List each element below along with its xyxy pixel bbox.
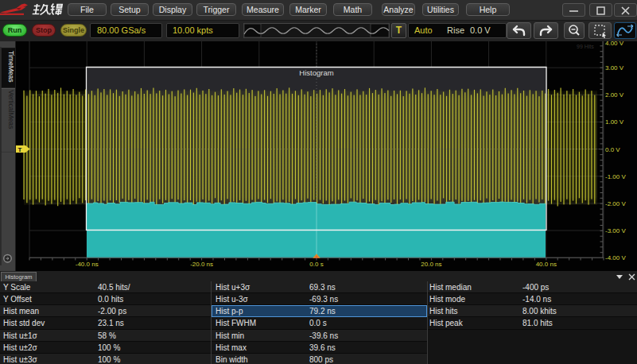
svg-text:4.00 V: 4.00 V bbox=[605, 41, 624, 47]
svg-text:99 Hits: 99 Hits bbox=[577, 44, 594, 49]
svg-text:-1.00 V: -1.00 V bbox=[605, 173, 626, 180]
svg-text:-3.00 V: -3.00 V bbox=[605, 227, 626, 234]
svg-text:TimeMeas: TimeMeas bbox=[7, 51, 15, 83]
svg-text:VerticalMeas: VerticalMeas bbox=[7, 90, 15, 129]
svg-text:-20.0 ns: -20.0 ns bbox=[190, 261, 213, 268]
svg-text:3.00 V: 3.00 V bbox=[605, 64, 624, 72]
svg-text:-4.00 V: -4.00 V bbox=[605, 254, 626, 261]
svg-text:Histogram: Histogram bbox=[299, 68, 333, 77]
svg-text:40.0 ns: 40.0 ns bbox=[536, 261, 557, 268]
svg-text:1.00 V: 1.00 V bbox=[605, 118, 624, 126]
svg-text:-40.0 ns: -40.0 ns bbox=[76, 261, 99, 268]
svg-text:-2.00 V: -2.00 V bbox=[605, 200, 626, 207]
svg-text:0.0 s: 0.0 s bbox=[309, 261, 323, 268]
svg-text:T: T bbox=[18, 146, 22, 153]
svg-text:0.0 V: 0.0 V bbox=[605, 146, 620, 153]
svg-text:2.00 V: 2.00 V bbox=[605, 91, 624, 99]
svg-text:20.0 ns: 20.0 ns bbox=[421, 261, 441, 268]
